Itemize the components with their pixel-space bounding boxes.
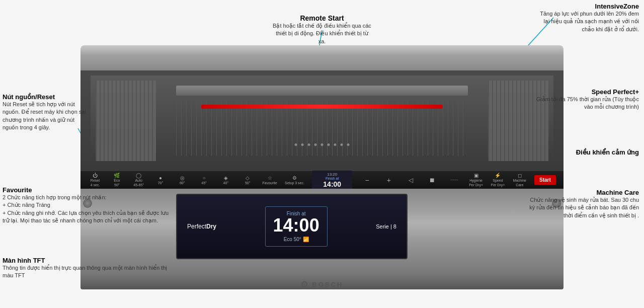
control-display: 13:20 Finish at 14:00	[312, 171, 352, 190]
ann-man-hinh-tft: Màn hình TFT Thông tin được hiển thị trự…	[3, 257, 174, 280]
ann-speed-perfect: Speed Perfect+ Giảm tối đa 75% thời gian…	[528, 88, 639, 111]
bosch-logo: ⊙ BOSCH	[301, 279, 344, 289]
machine-care-button[interactable]: ◻ MachineCare	[513, 173, 527, 187]
ann-intensive-zone: IntensiveZone Tăng áp lực với phun dưới …	[538, 3, 639, 33]
speed-perfect-button[interactable]: ⚡ SpeedPer Dry+	[491, 173, 505, 187]
back-button[interactable]: ◁	[404, 177, 418, 184]
eco-button[interactable]: 🌿 Eco50°	[110, 173, 124, 187]
tft-perfect-dry-label: PerfectDry	[187, 223, 216, 230]
plus-button[interactable]: +	[382, 176, 396, 184]
power-reset-button[interactable]: ⏻ Reset4 sec.	[88, 173, 102, 187]
main-container: ⏻ Reset4 sec. 🌿 Eco50° ◯ Auto45-65° ● 70…	[0, 0, 644, 308]
tft-serie-label: Serie | 8	[376, 223, 396, 229]
tft-time-display: Finish at 14:00 Eco 50° 📶	[265, 206, 328, 247]
program-45-button[interactable]: ○ 45°	[197, 175, 211, 185]
program-50-button[interactable]: ◇ 50°	[240, 175, 255, 185]
favourite-button[interactable]: ☆ Favourite	[263, 175, 277, 185]
program-70-button[interactable]: ● 70°	[153, 175, 168, 185]
ann-favourite: Favourite 2 Chức năng tích hợp trong một…	[3, 186, 174, 225]
rack-top-bar	[176, 86, 468, 96]
menu-dots[interactable]: ⋯⋯	[447, 178, 461, 182]
ann-dieu-khien: Điều khiển cảm ứng	[576, 148, 639, 156]
dots-row	[295, 143, 350, 146]
auto-button[interactable]: ◯ Auto45-65°	[132, 173, 146, 187]
spray-bar	[201, 105, 443, 109]
program-60-button[interactable]: ◎ 60°	[175, 175, 189, 185]
program-40-button[interactable]: ◈ 40°	[219, 175, 233, 185]
ann-machine-care: Machine Care Chức năng vệ sinh máy rửa b…	[523, 189, 639, 219]
ann-remote-start: Remote Start Bật hoặc tắt chế độ điều kh…	[272, 14, 372, 45]
rack-middle	[176, 100, 468, 156]
start-button[interactable]: Start	[534, 175, 556, 185]
rack-center	[176, 86, 468, 156]
stop-button[interactable]: ⏹	[425, 177, 439, 184]
setup-button[interactable]: ⚙ Setup 3 sec.	[285, 175, 304, 185]
top-panel	[80, 45, 564, 70]
minus-button[interactable]: −	[360, 176, 374, 184]
dishwasher-interior	[80, 70, 564, 171]
hygiene-button[interactable]: ▣ HygienePer Dry+	[469, 173, 483, 187]
rack-left	[96, 81, 156, 161]
tft-display: PerfectDry Finish at 14:00 Eco 50° 📶 Ser…	[176, 194, 408, 259]
ann-power-reset: Nút nguồn/Reset Nút Reset sẽ tích hợp vớ…	[3, 93, 91, 132]
